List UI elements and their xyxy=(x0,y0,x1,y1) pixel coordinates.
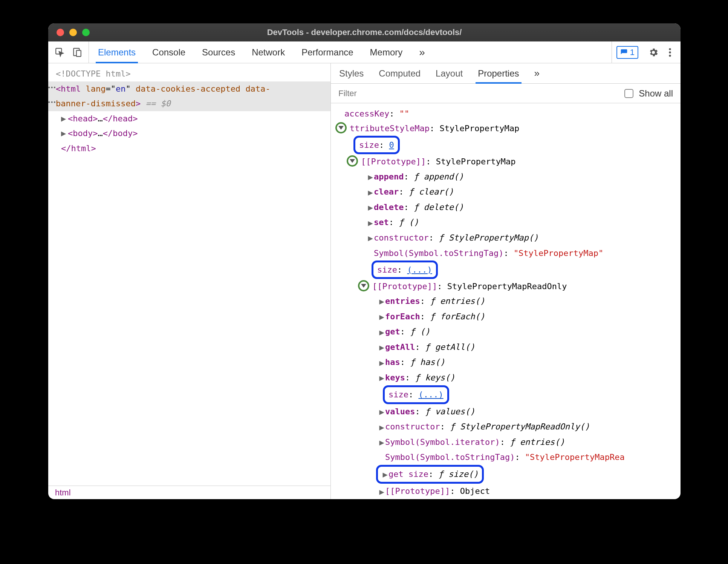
filter-bar: Show all xyxy=(331,84,681,103)
tab-elements[interactable]: Elements xyxy=(98,41,136,63)
dom-tree[interactable]: <!DOCTYPE html> <html lang="en" data-coo… xyxy=(48,63,330,486)
prop-get[interactable]: ▶get: ƒ () xyxy=(336,324,681,340)
dom-html-open-cont[interactable]: banner-dismissed> == $0 xyxy=(48,96,330,111)
prop-size-ellipsis-2[interactable]: size: (...) xyxy=(336,385,681,404)
prop-size-0[interactable]: size: 0 xyxy=(336,136,681,154)
expand-highlight-icon[interactable] xyxy=(358,280,369,291)
svg-point-4 xyxy=(669,51,671,53)
prop-values[interactable]: ▶values: ƒ values() xyxy=(336,404,681,420)
close-window-icon[interactable] xyxy=(57,29,64,36)
prop-symbol-tostringtag-2[interactable]: Symbol(Symbol.toStringTag): "StyleProper… xyxy=(336,450,681,464)
main-tabs: Elements Console Sources Network Perform… xyxy=(89,41,612,63)
prop-getall[interactable]: ▶getAll: ƒ getAll() xyxy=(336,340,681,355)
body-split: <!DOCTYPE html> <html lang="en" data-coo… xyxy=(48,63,681,499)
breadcrumb[interactable]: html xyxy=(48,486,330,499)
sidebar-tabs-overflow-icon[interactable]: » xyxy=(534,63,540,83)
device-toolbar-icon[interactable] xyxy=(72,48,82,57)
tab-layout[interactable]: Layout xyxy=(436,63,463,83)
prop-prototype-1[interactable]: [[Prototype]]: StylePropertyMap xyxy=(336,154,681,169)
tab-properties[interactable]: Properties xyxy=(478,63,519,83)
prop-accesskey[interactable]: accessKey: "" xyxy=(336,106,681,121)
more-menu-icon[interactable] xyxy=(668,48,671,57)
prop-attributestylemap[interactable]: ttributeStyleMap: StylePropertyMap xyxy=(336,121,681,136)
sidebar-pane: Styles Computed Layout Properties » Show… xyxy=(331,63,681,499)
prop-clear[interactable]: ▶clear: ƒ clear() xyxy=(336,184,681,200)
inspect-element-icon[interactable] xyxy=(55,48,65,57)
issues-count: 1 xyxy=(630,48,635,57)
prop-constructor-1[interactable]: ▶constructor: ƒ StylePropertyMap() xyxy=(336,230,681,246)
filter-input[interactable] xyxy=(338,89,619,98)
prop-foreach[interactable]: ▶forEach: ƒ forEach() xyxy=(336,309,681,325)
dom-html-close[interactable]: </html> xyxy=(48,141,330,156)
elements-pane: <!DOCTYPE html> <html lang="en" data-coo… xyxy=(48,63,331,499)
prop-keys[interactable]: ▶keys: ƒ keys() xyxy=(336,370,681,386)
svg-point-3 xyxy=(669,48,671,50)
minimize-window-icon[interactable] xyxy=(69,29,77,36)
tab-memory[interactable]: Memory xyxy=(370,41,403,63)
maximize-window-icon[interactable] xyxy=(82,29,90,36)
tab-console[interactable]: Console xyxy=(152,41,185,63)
settings-icon[interactable] xyxy=(648,47,659,58)
tab-network[interactable]: Network xyxy=(252,41,285,63)
svg-point-5 xyxy=(669,54,671,56)
tab-computed[interactable]: Computed xyxy=(379,63,421,83)
dom-head[interactable]: ▶<head>…</head> xyxy=(48,111,330,126)
window-title: DevTools - developer.chrome.com/docs/dev… xyxy=(48,28,681,37)
prop-get-size[interactable]: ▶get size: ƒ size() xyxy=(336,465,681,484)
sidebar-tabs: Styles Computed Layout Properties » xyxy=(331,63,681,84)
tabs-overflow-icon[interactable]: » xyxy=(419,41,425,63)
prop-append[interactable]: ▶append: ƒ append() xyxy=(336,169,681,185)
tab-performance[interactable]: Performance xyxy=(301,41,353,63)
prop-symbol-tostringtag-1[interactable]: Symbol(Symbol.toStringTag): "StyleProper… xyxy=(336,246,681,261)
properties-list[interactable]: accessKey: "" ttributeStyleMap: StylePro… xyxy=(331,103,681,499)
titlebar: DevTools - developer.chrome.com/docs/dev… xyxy=(48,23,681,41)
tab-styles[interactable]: Styles xyxy=(339,63,364,83)
expand-highlight-icon[interactable] xyxy=(347,155,358,167)
prop-size-ellipsis-1[interactable]: size: (...) xyxy=(336,261,681,279)
svg-rect-2 xyxy=(76,50,81,56)
prop-delete[interactable]: ▶delete: ƒ delete() xyxy=(336,200,681,215)
issues-button[interactable]: 1 xyxy=(616,46,638,59)
expand-highlight-icon[interactable] xyxy=(335,122,347,133)
prop-set[interactable]: ▶set: ƒ () xyxy=(336,215,681,230)
prop-prototype-2[interactable]: [[Prototype]]: StylePropertyMapReadOnly xyxy=(336,279,681,294)
show-all-checkbox[interactable] xyxy=(624,89,633,98)
prop-constructor-2[interactable]: ▶constructor: ƒ StylePropertyMapReadOnly… xyxy=(336,419,681,435)
window-controls xyxy=(48,29,90,36)
devtools-window: DevTools - developer.chrome.com/docs/dev… xyxy=(48,23,681,499)
toolbar-left xyxy=(48,41,89,63)
main-toolbar: Elements Console Sources Network Perform… xyxy=(48,41,681,63)
tab-sources[interactable]: Sources xyxy=(202,41,235,63)
dom-body[interactable]: ▶<body>…</body> xyxy=(48,126,330,141)
toolbar-right: 1 xyxy=(612,41,681,63)
prop-entries[interactable]: ▶entries: ƒ entries() xyxy=(336,294,681,309)
show-all-label: Show all xyxy=(639,88,673,99)
prop-symbol-iterator[interactable]: ▶Symbol(Symbol.iterator): ƒ entries() xyxy=(336,435,681,450)
dom-doctype[interactable]: <!DOCTYPE html> xyxy=(48,66,330,81)
prop-prototype-3[interactable]: ▶[[Prototype]]: Object xyxy=(336,484,681,499)
dom-html-open[interactable]: <html lang="en" data-cookies-accepted da… xyxy=(48,81,330,97)
prop-has[interactable]: ▶has: ƒ has() xyxy=(336,355,681,370)
